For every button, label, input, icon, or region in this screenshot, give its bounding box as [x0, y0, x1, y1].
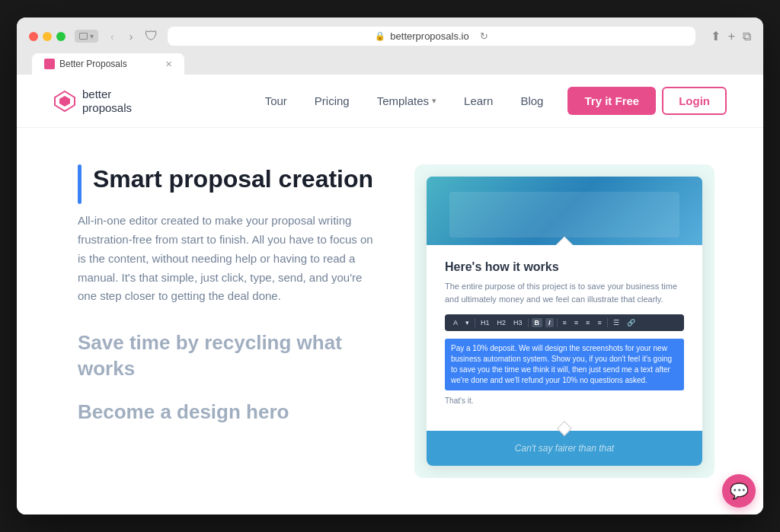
toolbar-h2: H2	[495, 318, 509, 327]
new-tab-button[interactable]: +	[728, 30, 735, 43]
preview-subtitle: The entire purpose of this project is to…	[445, 280, 684, 305]
nav-learn[interactable]: Learn	[452, 88, 505, 113]
shield-icon: 🛡	[145, 28, 158, 44]
chat-icon: 💬	[730, 482, 749, 500]
back-button[interactable]: ‹	[107, 29, 117, 44]
svg-marker-1	[59, 96, 70, 107]
nav-pricing[interactable]: Pricing	[302, 88, 362, 113]
preview-card: Here's how it works The entire purpose o…	[414, 164, 714, 478]
left-column: Smart proposal creation All-in-one edito…	[78, 164, 378, 424]
traffic-lights	[29, 32, 66, 41]
main-heading: Smart proposal creation	[93, 164, 378, 193]
toolbar-link: 🔗	[625, 318, 638, 327]
toolbar-font-icon: A	[451, 318, 460, 327]
preview-cta-text: Can't say fairer than that	[445, 443, 684, 454]
windows-button[interactable]: ⧉	[743, 30, 751, 43]
toolbar-divider-2	[528, 318, 529, 327]
accent-bar	[78, 164, 82, 204]
hero-description: All-in-one editor created to make your p…	[78, 212, 378, 306]
logo-icon	[53, 90, 76, 113]
main-section: Smart proposal creation All-in-one edito…	[17, 128, 763, 514]
templates-chevron-icon: ▾	[432, 96, 436, 106]
url-text: betterproposals.io	[390, 30, 468, 42]
toolbar-justify: ≡	[595, 318, 603, 327]
minimize-button[interactable]	[43, 32, 52, 41]
login-button[interactable]: Login	[662, 87, 727, 115]
toolbar-h1: H1	[478, 318, 492, 327]
browser-actions: ⬆ + ⧉	[711, 29, 751, 43]
chat-bubble-button[interactable]: 💬	[722, 474, 756, 508]
browser-tabs: Better Proposals ✕	[29, 53, 751, 75]
toolbar-divider-1	[475, 318, 475, 327]
toolbar-divider-3	[557, 318, 558, 327]
browser-titlebar: ▾ ‹ › 🛡 🔒 betterproposals.io ↻ ⬆ + ⧉	[29, 27, 751, 46]
share-button[interactable]: ⬆	[711, 29, 721, 43]
preview-footer-text: That's it.	[445, 397, 684, 405]
forward-button[interactable]: ›	[126, 29, 136, 44]
preview-browser: Here's how it works The entire purpose o…	[427, 177, 702, 466]
toolbar-bold: B	[532, 318, 543, 327]
toolbar-align-center: ≡	[572, 318, 580, 327]
diamond-icon	[557, 421, 572, 436]
tab-close-button[interactable]: ✕	[165, 59, 172, 69]
tab-title: Better Proposals	[59, 59, 127, 69]
section-diamond-divider	[427, 423, 702, 434]
lock-icon: 🔒	[375, 31, 385, 41]
window-icon-square	[79, 33, 88, 40]
nav-links: Tour Pricing Templates ▾ Learn Blog	[253, 88, 556, 113]
window-layout-icon[interactable]: ▾	[75, 30, 98, 43]
nav-tour[interactable]: Tour	[253, 88, 299, 113]
logo[interactable]: better proposals	[53, 88, 132, 115]
navbar: better proposals Tour Pricing Templates …	[17, 75, 763, 128]
toolbar-list: ☰	[611, 318, 622, 327]
tab-favicon	[44, 59, 55, 69]
preview-title: Here's how it works	[445, 260, 684, 274]
refresh-icon[interactable]: ↻	[480, 30, 488, 42]
logo-text: better proposals	[82, 88, 132, 115]
right-column: Here's how it works The entire purpose o…	[414, 164, 714, 478]
close-button[interactable]	[29, 32, 38, 41]
nav-templates[interactable]: Templates ▾	[365, 88, 449, 113]
window-chevron: ▾	[90, 32, 94, 40]
toolbar-dropdown: ▾	[463, 318, 472, 327]
preview-header-image	[427, 177, 702, 245]
toolbar-align-right: ≡	[583, 318, 592, 327]
page-content: better proposals Tour Pricing Templates …	[17, 75, 763, 514]
toolbar-divider-4	[607, 318, 608, 327]
browser-chrome: ▾ ‹ › 🛡 🔒 betterproposals.io ↻ ⬆ + ⧉	[17, 18, 763, 75]
nav-blog[interactable]: Blog	[508, 88, 555, 113]
active-tab[interactable]: Better Proposals ✕	[32, 53, 184, 75]
preview-editor-toolbar: A ▾ H1 H2 H3 B I ≡ ≡	[445, 314, 684, 331]
heading-wrapper: Smart proposal creation	[78, 164, 378, 193]
toolbar-h3: H3	[511, 318, 525, 327]
toolbar-align-left: ≡	[561, 318, 569, 327]
preview-content: Here's how it works The entire purpose o…	[427, 245, 702, 426]
maximize-button[interactable]	[56, 32, 66, 41]
toolbar-italic: I	[545, 318, 554, 327]
try-it-free-button[interactable]: Try it Free	[567, 87, 656, 115]
secondary-heading[interactable]: Save time by recycling what works	[78, 330, 378, 382]
tertiary-heading[interactable]: Become a design hero	[78, 400, 378, 424]
address-bar[interactable]: 🔒 betterproposals.io ↻	[168, 27, 695, 46]
preview-highlighted-text: Pay a 10% deposit. We will design the sc…	[445, 339, 684, 390]
browser-window: ▾ ‹ › 🛡 🔒 betterproposals.io ↻ ⬆ + ⧉	[17, 18, 763, 514]
